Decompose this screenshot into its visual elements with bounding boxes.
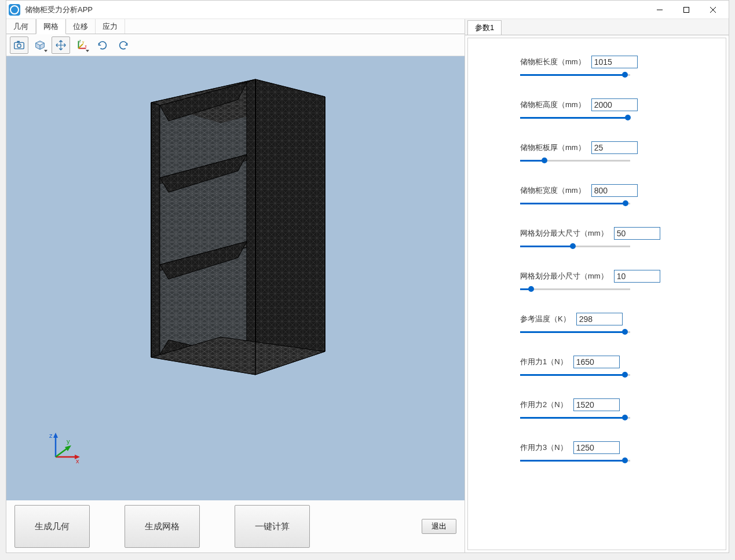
exit-button[interactable]: 退出 bbox=[422, 519, 456, 534]
svg-marker-17 bbox=[255, 79, 325, 375]
param-group-2: 储物柜板厚（mm） bbox=[520, 141, 714, 166]
param-slider[interactable] bbox=[520, 114, 630, 123]
app-title: 储物柜受力分析APP bbox=[25, 5, 646, 15]
svg-text:z: z bbox=[79, 39, 81, 43]
param-group-3: 储物柜宽度（mm） bbox=[520, 184, 714, 208]
view-cube-icon[interactable] bbox=[31, 36, 49, 54]
param-label: 作用力2（N） bbox=[520, 400, 568, 410]
param-slider[interactable] bbox=[520, 328, 630, 337]
move-icon[interactable] bbox=[52, 36, 70, 54]
3d-viewport[interactable]: z x y bbox=[6, 56, 465, 500]
camera-icon[interactable] bbox=[10, 36, 28, 54]
y-axis-label: y bbox=[67, 438, 70, 445]
param-input[interactable] bbox=[573, 441, 620, 454]
rotate-ccw-icon[interactable] bbox=[93, 36, 112, 54]
generate-geometry-button[interactable]: 生成几何 bbox=[14, 505, 90, 548]
param-group-8: 作用力2（N） bbox=[520, 398, 714, 423]
param-input[interactable] bbox=[591, 56, 638, 68]
minimize-button[interactable] bbox=[646, 1, 673, 19]
param-input[interactable] bbox=[591, 141, 638, 154]
param-label: 储物柜板厚（mm） bbox=[520, 142, 586, 153]
app-icon bbox=[9, 4, 20, 16]
param-input[interactable] bbox=[614, 227, 660, 240]
svg-text:y: y bbox=[82, 40, 85, 45]
titlebar: 储物柜受力分析APP bbox=[6, 1, 729, 19]
content: 几何 网格 位移 应力 zxy bbox=[6, 19, 729, 552]
tab-displacement[interactable]: 位移 bbox=[66, 19, 96, 34]
param-slider[interactable] bbox=[520, 156, 630, 166]
parameter-panel: 参数1 储物柜长度（mm） 储物柜高度（mm） 储物柜板厚（mm） bbox=[465, 19, 729, 552]
axis-triad: z x y bbox=[47, 431, 82, 466]
param-group-5: 网格划分最小尺寸（mm） bbox=[520, 270, 714, 294]
param-label: 储物柜长度（mm） bbox=[520, 57, 586, 67]
param-slider[interactable] bbox=[520, 242, 630, 251]
maximize-button[interactable] bbox=[673, 1, 700, 19]
param-tabs: 参数1 bbox=[465, 19, 729, 35]
param-group-1: 储物柜高度（mm） bbox=[520, 98, 714, 123]
svg-line-12 bbox=[79, 44, 83, 48]
viewport-toolbar: zxy bbox=[6, 34, 465, 56]
param-label: 网格划分最大尺寸（mm） bbox=[520, 228, 608, 239]
generate-mesh-button[interactable]: 生成网格 bbox=[125, 505, 200, 548]
param-slider[interactable] bbox=[520, 371, 630, 380]
param-input[interactable] bbox=[573, 398, 620, 411]
z-axis-label: z bbox=[49, 432, 53, 439]
compute-button[interactable]: 一键计算 bbox=[235, 505, 310, 548]
param-input[interactable] bbox=[591, 184, 638, 197]
close-button[interactable] bbox=[700, 1, 726, 19]
param-group-9: 作用力3（N） bbox=[520, 441, 714, 466]
view-tabs: 几何 网格 位移 应力 bbox=[6, 19, 465, 34]
param-slider[interactable] bbox=[520, 285, 630, 294]
app-window: 储物柜受力分析APP 几何 网格 位移 应力 bbox=[6, 0, 729, 553]
svg-marker-19 bbox=[151, 103, 160, 357]
param-label: 储物柜宽度（mm） bbox=[520, 185, 586, 196]
param-group-7: 作用力1（N） bbox=[520, 356, 714, 380]
param-tab-1[interactable]: 参数1 bbox=[467, 20, 502, 35]
left-pane: 几何 网格 位移 应力 zxy bbox=[6, 19, 465, 552]
param-input[interactable] bbox=[591, 98, 638, 111]
cabinet-mesh bbox=[140, 68, 337, 386]
param-group-0: 储物柜长度（mm） bbox=[520, 56, 714, 80]
svg-point-0 bbox=[10, 6, 19, 14]
param-slider[interactable] bbox=[520, 456, 630, 466]
svg-marker-33 bbox=[53, 433, 58, 438]
svg-text:x: x bbox=[85, 43, 87, 47]
svg-marker-21 bbox=[160, 82, 247, 372]
param-input[interactable] bbox=[573, 356, 620, 368]
param-label: 储物柜高度（mm） bbox=[520, 100, 586, 110]
tab-stress[interactable]: 应力 bbox=[96, 19, 125, 34]
svg-rect-7 bbox=[17, 41, 20, 42]
param-slider[interactable] bbox=[520, 413, 630, 423]
svg-rect-2 bbox=[684, 7, 689, 12]
tab-mesh[interactable]: 网格 bbox=[36, 19, 66, 34]
param-slider[interactable] bbox=[520, 199, 630, 208]
param-label: 参考温度（K） bbox=[520, 314, 571, 324]
param-label: 作用力3（N） bbox=[520, 442, 568, 453]
param-label: 作用力1（N） bbox=[520, 357, 568, 367]
param-label: 网格划分最小尺寸（mm） bbox=[520, 271, 608, 281]
parameter-list: 储物柜长度（mm） 储物柜高度（mm） 储物柜板厚（mm） 储物柜宽度（mm bbox=[467, 38, 726, 550]
svg-marker-20 bbox=[247, 79, 255, 375]
param-input[interactable] bbox=[576, 313, 623, 325]
rotate-cw-icon[interactable] bbox=[114, 36, 133, 54]
param-slider[interactable] bbox=[520, 71, 630, 80]
tab-geometry[interactable]: 几何 bbox=[6, 19, 36, 34]
svg-point-6 bbox=[17, 43, 21, 47]
param-group-6: 参考温度（K） bbox=[520, 313, 714, 337]
axes-icon[interactable]: zxy bbox=[72, 36, 91, 54]
param-group-4: 网格划分最大尺寸（mm） bbox=[520, 227, 714, 251]
action-button-row: 生成几何 生成网格 一键计算 退出 bbox=[6, 500, 465, 552]
param-input[interactable] bbox=[614, 270, 660, 283]
x-axis-label: x bbox=[76, 457, 79, 464]
